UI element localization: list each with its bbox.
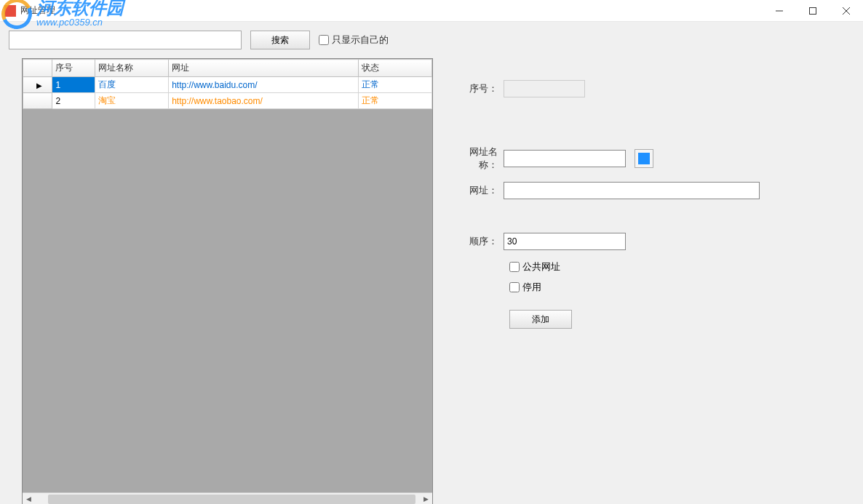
search-input[interactable] (9, 31, 242, 49)
cell-status[interactable]: 正常 (358, 93, 432, 109)
cell-seq[interactable]: 1 (52, 77, 95, 93)
col-header-status[interactable]: 状态 (358, 60, 432, 77)
only-mine-checkbox[interactable]: 只显示自己的 (319, 33, 389, 47)
col-header-name[interactable]: 网址名称 (95, 60, 169, 77)
maximize-button[interactable] (796, 0, 830, 22)
search-button[interactable]: 搜索 (250, 31, 310, 49)
detail-form: 序号： 网址名称： 网址： 顺序： 公共网址 停用 添加 (451, 80, 841, 329)
public-checkbox[interactable] (509, 262, 520, 272)
scroll-track[interactable] (35, 493, 420, 505)
scroll-left-icon[interactable]: ◀ (23, 493, 35, 505)
table-row[interactable]: 2淘宝http://www.taobao.com/正常 (23, 93, 432, 109)
disabled-checkbox[interactable] (509, 282, 520, 292)
seq-display (504, 80, 585, 97)
minimize-button[interactable] (763, 0, 796, 22)
table-row[interactable]: ▶1百度http://www.baidu.com/正常 (23, 77, 432, 93)
row-indicator (23, 93, 52, 109)
col-header-url[interactable]: 网址 (169, 60, 359, 77)
add-button[interactable]: 添加 (509, 310, 572, 329)
name-input[interactable] (504, 150, 626, 167)
url-label: 网址： (451, 184, 504, 197)
order-input[interactable] (504, 233, 626, 250)
color-picker-button[interactable] (635, 149, 653, 168)
cell-name[interactable]: 淘宝 (95, 93, 169, 109)
scroll-thumb[interactable] (48, 495, 415, 504)
cell-seq[interactable]: 2 (52, 93, 95, 109)
cell-name[interactable]: 百度 (95, 77, 169, 93)
scroll-right-icon[interactable]: ▶ (420, 493, 432, 505)
close-button[interactable] (830, 0, 863, 22)
url-grid[interactable]: 序号 网址名称 网址 状态 ▶1百度http://www.baidu.com/正… (22, 58, 433, 504)
cell-status[interactable]: 正常 (358, 77, 432, 93)
titlebar: 网址管理 (0, 0, 863, 22)
seq-label: 序号： (451, 82, 504, 95)
only-mine-label: 只显示自己的 (332, 33, 389, 47)
cell-url[interactable]: http://www.taobao.com/ (169, 93, 359, 109)
grid-corner (23, 60, 52, 77)
name-label: 网址名称： (451, 145, 504, 172)
only-mine-checkbox-input[interactable] (319, 35, 329, 45)
color-swatch-icon (638, 153, 650, 164)
row-indicator: ▶ (23, 77, 52, 93)
app-icon (4, 5, 16, 17)
horizontal-scrollbar[interactable]: ◀ ▶ (23, 492, 432, 504)
public-label: 公共网址 (522, 260, 560, 273)
col-header-seq[interactable]: 序号 (52, 60, 95, 77)
svg-rect-1 (810, 8, 816, 15)
window-title: 网址管理 (20, 4, 55, 17)
order-label: 顺序： (451, 235, 504, 248)
url-input[interactable] (504, 182, 760, 199)
cell-url[interactable]: http://www.baidu.com/ (169, 77, 359, 93)
disabled-label: 停用 (522, 281, 541, 294)
